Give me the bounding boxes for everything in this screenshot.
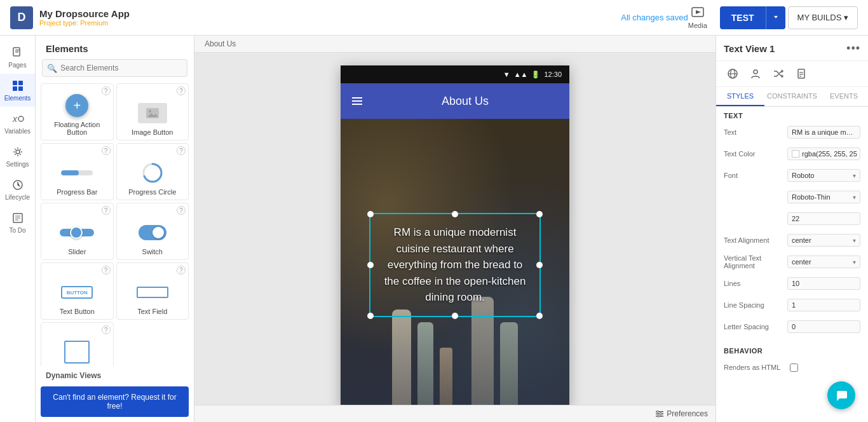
font-label: Font [724,172,787,179]
help-icon-7[interactable]: ? [102,266,111,275]
element-card-text-view[interactable]: ? Text View [41,322,114,366]
app-title: My Dropsource App [39,8,621,19]
phone-status-bar: ▼ ▲▲ 🔋 12:30 [341,65,569,83]
chat-icon [834,388,848,402]
text-align-select[interactable]: center ▾ [787,234,860,247]
canvas-header: About Us [194,36,715,53]
text-value[interactable]: RM is a unique modern [787,126,860,139]
svg-rect-21 [352,100,362,102]
element-card-progress-bar[interactable]: ? Progress Bar [41,143,114,200]
handle-bm[interactable] [452,313,458,319]
help-icon-5[interactable]: ? [102,206,111,215]
handle-tm[interactable] [452,211,458,217]
svg-rect-8 [13,86,17,91]
vertical-align-select[interactable]: center ▾ [787,255,860,268]
line-spacing-value[interactable]: 1 [787,299,860,311]
renders-html-checkbox[interactable] [790,364,798,372]
test-button[interactable]: TEST [720,6,766,29]
phone-content: RM is a unique modernist cuisine restaur… [341,119,569,405]
right-panel-title: Text View 1 [724,43,775,54]
element-card-floating-action[interactable]: ? + Floating Action Button [41,83,114,140]
handle-br[interactable] [536,313,543,319]
preferences-button[interactable]: Preferences [655,409,708,418]
lifecycle-label: Lifecycle [5,194,30,201]
prop-lines: Lines 10 [724,275,860,292]
variables-icon: x [11,112,25,126]
svg-rect-20 [352,97,362,99]
preferences-icon [655,409,664,418]
help-icon-6[interactable]: ? [177,206,186,215]
element-card-progress-circle[interactable]: ? Progress Circle [116,143,189,200]
builds-button[interactable]: MY BUILDS ▾ [788,6,858,29]
pages-label: Pages [8,62,26,69]
element-card-slider[interactable]: ? Slider [41,203,114,260]
help-icon-3[interactable]: ? [102,146,111,155]
phone-appbar: About Us [341,83,569,119]
handle-mr[interactable] [536,262,543,268]
letter-spacing-value[interactable]: 0 [787,320,860,333]
sidebar-item-settings[interactable]: Settings [0,140,35,173]
right-panel-content: TEXT Text RM is a unique modern Text Col… [716,107,868,422]
tab-styles[interactable]: STYLES [716,87,764,106]
sidebar-item-pages[interactable]: Pages [0,41,35,74]
svg-rect-6 [13,81,17,85]
element-card-image-button[interactable]: ? Image Button [116,83,189,140]
handle-bl[interactable] [367,313,374,319]
element-card-text-field[interactable]: ? Text Field [116,262,189,320]
canvas-page-label: About Us [205,39,236,48]
imgbtn-icon [133,100,172,126]
media-button[interactable]: Media [688,6,707,29]
text-color-value[interactable]: rgba(255, 255, 25 [787,147,860,160]
search-input[interactable] [42,59,187,77]
main-layout: Pages Elements x Variables Settings [0,36,868,422]
element-label-textbtn: Text Button [60,308,95,315]
canvas-scroll[interactable]: ▼ ▲▲ 🔋 12:30 About Us [194,53,715,405]
element-card-text-button[interactable]: ? BUTTON Text Button [41,262,114,320]
svg-rect-9 [18,86,23,91]
sidebar-item-lifecycle[interactable]: Lifecycle [0,173,35,206]
more-options-button[interactable]: ••• [846,42,860,55]
help-icon-8[interactable]: ? [177,266,186,275]
text-overlay-box[interactable]: RM is a unique modernist cuisine restaur… [369,213,541,317]
sidebar-item-elements[interactable]: Elements [0,74,35,107]
svg-point-27 [660,413,662,415]
todo-label: To Do [9,227,25,234]
sidebar-item-variables[interactable]: x Variables [0,107,35,140]
app-icon: D [10,6,33,29]
textfield-icon-el [133,280,172,305]
renders-html-label: Renders as HTML [724,364,787,371]
prop-font-size: 22 [724,210,860,228]
dynamic-views-label: Dynamic Views [36,366,194,384]
lines-value[interactable]: 10 [787,277,860,290]
help-icon-4[interactable]: ? [177,146,186,155]
right-panel-icons [716,61,868,87]
help-icon-2[interactable]: ? [177,86,186,95]
svg-marker-2 [774,16,778,18]
help-icon[interactable]: ? [102,86,111,95]
prop-letter-spacing: Letter Spacing 0 [724,318,860,336]
help-icon-9[interactable]: ? [102,325,111,334]
tab-events[interactable]: EVENTS [820,87,868,106]
svg-point-16 [149,110,151,112]
doc-icon-btn[interactable] [792,65,810,83]
handle-ml[interactable] [367,262,374,268]
font-style-select[interactable]: Roboto-Thin ▾ [787,191,860,203]
test-dropdown-button[interactable] [766,6,785,29]
settings-icon [11,145,25,159]
element-label-progcircle: Progress Circle [128,188,176,196]
person-icon-btn[interactable] [747,65,764,83]
progcircle-icon [133,160,172,186]
globe-icon-btn[interactable] [724,65,742,83]
right-panel-header: Text View 1 ••• [716,36,868,61]
shuffle-icon-btn[interactable] [770,65,787,83]
element-card-switch[interactable]: ? Switch [116,203,189,260]
sidebar-item-todo[interactable]: To Do [0,206,35,239]
chat-bubble-button[interactable] [827,381,855,409]
handle-tl[interactable] [367,211,374,217]
tab-constraints[interactable]: CONSTRAINTS [764,87,820,106]
font-family-select[interactable]: Roboto ▾ [787,169,860,182]
slider-icon-el [58,220,96,245]
font-size-value[interactable]: 22 [787,212,860,225]
request-element-button[interactable]: Can't find an element? Request it for fr… [41,386,189,417]
top-bar: D My Dropsource App Project type: Premiu… [0,0,868,36]
